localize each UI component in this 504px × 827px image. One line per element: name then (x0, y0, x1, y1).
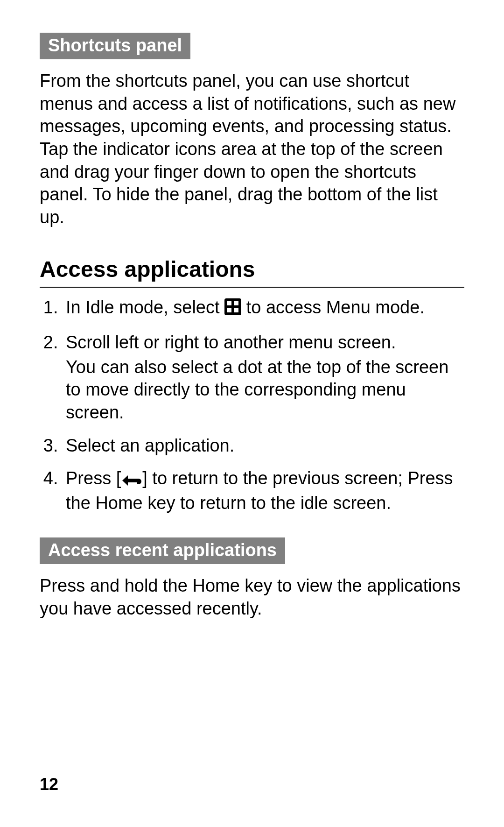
svg-rect-2 (234, 301, 238, 305)
page-number: 12 (40, 775, 58, 794)
manual-page: Shortcuts panel From the shortcuts panel… (0, 0, 504, 827)
step-1-text-pre: In Idle mode, select (66, 297, 224, 317)
step-4: Press [ ] to return to the previous scre… (63, 467, 464, 514)
paragraph-recent-apps-body: Press and hold the Home key to view the … (40, 574, 464, 620)
subheading-access-recent-applications: Access recent applications (40, 537, 285, 564)
access-applications-steps: In Idle mode, select to access Menu mode… (40, 296, 464, 514)
subheading-shortcuts-panel: Shortcuts panel (40, 33, 190, 59)
menu-grid-icon (224, 298, 241, 321)
svg-rect-3 (227, 308, 231, 312)
svg-rect-0 (224, 298, 241, 315)
svg-rect-4 (234, 308, 238, 312)
step-2-text-main: Scroll left or right to another menu scr… (66, 332, 396, 352)
step-1-text-post: to access Menu mode. (241, 297, 425, 317)
step-4-text-pre: Press [ (66, 468, 121, 488)
step-2: Scroll left or right to another menu scr… (63, 331, 464, 424)
back-arrow-icon (121, 469, 142, 492)
section-title-access-applications: Access applications (40, 256, 464, 284)
step-1: In Idle mode, select to access Menu mode… (63, 296, 464, 321)
paragraph-shortcuts-body: From the shortcuts panel, you can use sh… (40, 70, 464, 228)
section-rule (40, 287, 464, 288)
svg-rect-1 (227, 301, 231, 305)
step-2-text-sub: You can also select a dot at the top of … (66, 356, 464, 424)
step-3: Select an application. (63, 434, 464, 457)
